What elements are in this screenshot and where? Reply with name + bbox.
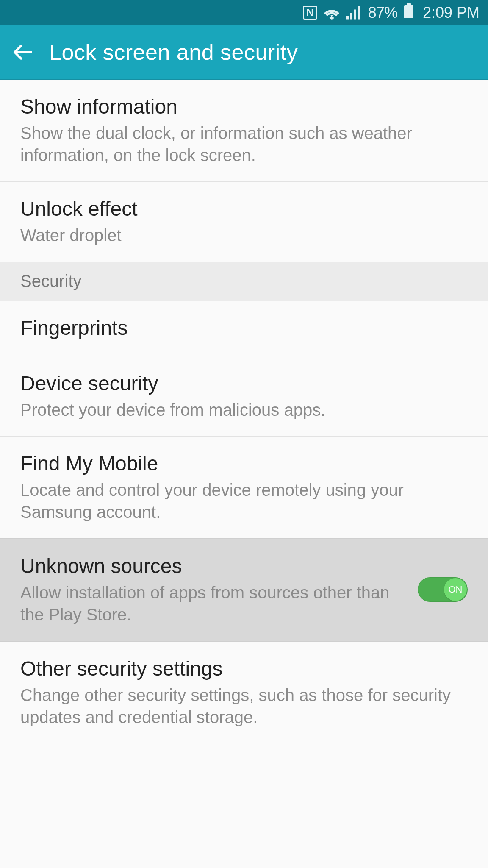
item-title: Device security xyxy=(20,371,468,396)
item-find-my-mobile[interactable]: Find My Mobile Locate and control your d… xyxy=(0,437,488,538)
svg-rect-3 xyxy=(358,6,360,20)
svg-rect-0 xyxy=(346,16,349,20)
signal-icon xyxy=(346,6,361,20)
section-header-security: Security xyxy=(0,262,488,301)
item-title: Unknown sources xyxy=(20,554,406,579)
settings-list: Show information Show the dual clock, or… xyxy=(0,80,488,743)
back-icon[interactable] xyxy=(12,41,34,63)
clock: 2:09 PM xyxy=(423,4,480,22)
item-title: Unlock effect xyxy=(20,196,468,222)
item-unknown-sources[interactable]: Unknown sources Allow installation of ap… xyxy=(0,538,488,642)
wifi-icon xyxy=(323,6,340,20)
nfc-icon: N xyxy=(303,6,317,20)
item-subtitle: Water droplet xyxy=(20,224,468,246)
item-fingerprints[interactable]: Fingerprints xyxy=(0,301,488,356)
item-other-security-settings[interactable]: Other security settings Change other sec… xyxy=(0,642,488,743)
app-bar: Lock screen and security xyxy=(0,25,488,80)
status-bar: N 87% 2:09 PM xyxy=(0,0,488,25)
item-subtitle: Locate and control your device remotely … xyxy=(20,479,468,523)
svg-rect-1 xyxy=(350,13,352,20)
unknown-sources-toggle[interactable]: ON xyxy=(418,577,468,602)
item-subtitle: Show the dual clock, or information such… xyxy=(20,122,468,166)
item-title: Show information xyxy=(20,94,468,120)
item-title: Fingerprints xyxy=(20,315,468,341)
item-subtitle: Allow installation of apps from sources … xyxy=(20,581,406,626)
status-icons: N xyxy=(303,6,361,20)
svg-rect-2 xyxy=(354,10,356,20)
item-unlock-effect[interactable]: Unlock effect Water droplet xyxy=(0,182,488,262)
page-title: Lock screen and security xyxy=(49,39,298,65)
item-device-security[interactable]: Device security Protect your device from… xyxy=(0,356,488,437)
item-title: Other security settings xyxy=(20,656,468,682)
item-title: Find My Mobile xyxy=(20,451,468,476)
toggle-knob: ON xyxy=(444,578,467,601)
item-subtitle: Protect your device from malicious apps. xyxy=(20,399,468,421)
battery-icon xyxy=(404,5,413,20)
item-subtitle: Change other security settings, such as … xyxy=(20,684,468,728)
battery-percent: 87% xyxy=(368,4,397,22)
item-show-information[interactable]: Show information Show the dual clock, or… xyxy=(0,80,488,182)
